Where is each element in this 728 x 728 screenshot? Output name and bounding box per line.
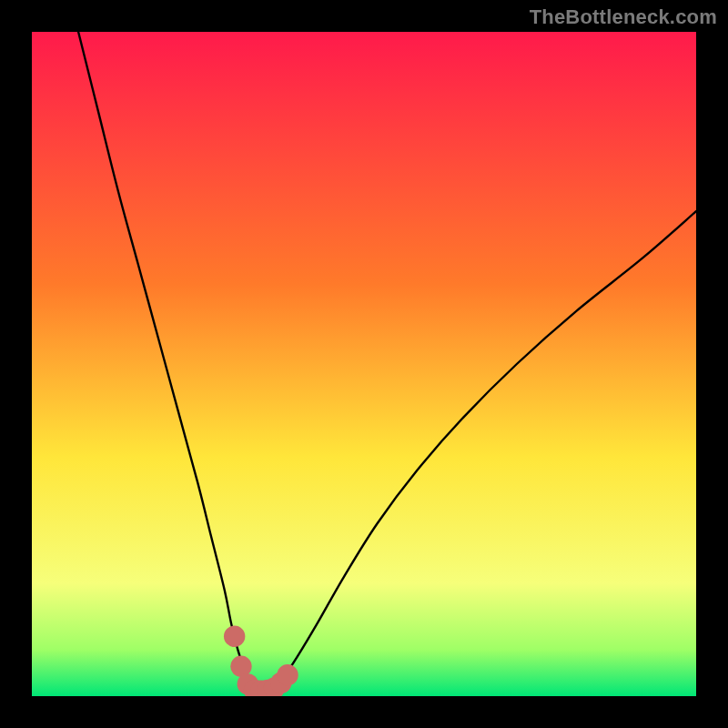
gradient-background [32,32,696,696]
plot-area [32,32,696,696]
marker-dot [224,626,245,647]
marker-dot [277,664,298,685]
chart-frame: TheBottleneck.com [0,0,728,728]
watermark-text: TheBottleneck.com [530,5,717,29]
bottleneck-chart [32,32,696,696]
